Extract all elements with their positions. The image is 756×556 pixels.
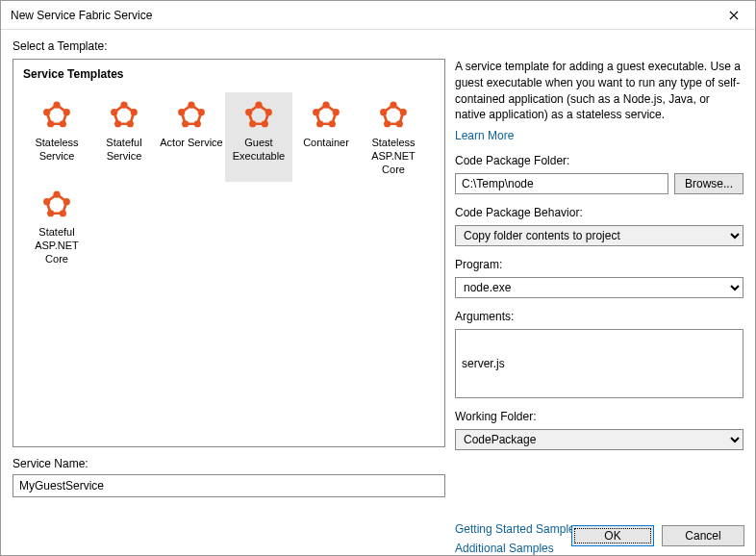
servicefabric-icon: [107, 98, 141, 133]
arguments-label: Arguments:: [455, 310, 743, 323]
template-item-label: Stateful Service: [92, 137, 156, 164]
svg-point-4: [43, 109, 50, 115]
svg-point-21: [333, 109, 340, 115]
behavior-select[interactable]: Copy folder contents to project: [455, 225, 743, 246]
code-folder-input[interactable]: [455, 173, 668, 194]
working-folder-label: Working Folder:: [455, 410, 743, 423]
svg-point-18: [249, 120, 256, 127]
svg-point-20: [322, 102, 329, 109]
svg-point-14: [178, 109, 185, 115]
svg-point-30: [53, 191, 60, 198]
program-select[interactable]: node.exe: [455, 277, 743, 298]
svg-point-11: [198, 109, 205, 115]
svg-point-2: [60, 120, 66, 127]
template-item-label: Guest Executable: [227, 137, 290, 164]
svg-point-34: [43, 198, 50, 205]
svg-point-31: [63, 198, 70, 205]
svg-point-23: [316, 120, 323, 127]
servicefabric-icon: [309, 98, 343, 133]
svg-point-5: [120, 102, 127, 109]
svg-point-29: [380, 109, 387, 115]
template-item-stateful-service[interactable]: Stateful Service: [90, 92, 158, 182]
template-item-container[interactable]: Container: [292, 92, 360, 182]
svg-point-17: [262, 120, 268, 127]
template-item-label: Stateful ASP.NET Core: [25, 226, 88, 265]
browse-button[interactable]: Browse...: [674, 173, 743, 194]
template-item-stateless-service[interactable]: Stateless Service: [23, 92, 90, 182]
servicefabric-icon: [39, 188, 74, 222]
servicefabric-icon: [376, 98, 411, 133]
service-name-input[interactable]: [13, 474, 445, 497]
templates-box: Service Templates Stateless ServiceState…: [13, 59, 445, 447]
svg-point-3: [47, 120, 54, 127]
svg-point-22: [329, 120, 336, 127]
template-description: A service template for adding a guest ex…: [455, 59, 743, 123]
svg-point-0: [53, 102, 60, 109]
svg-point-28: [384, 120, 391, 127]
working-folder-select[interactable]: CodePackage: [455, 429, 743, 450]
svg-point-1: [63, 109, 70, 115]
behavior-label: Code Package Behavior:: [455, 206, 743, 219]
cancel-button[interactable]: Cancel: [662, 525, 744, 546]
svg-point-8: [114, 120, 121, 127]
svg-point-33: [47, 210, 54, 216]
templates-title: Service Templates: [23, 67, 435, 81]
svg-point-25: [390, 102, 396, 109]
svg-point-27: [396, 120, 403, 127]
svg-point-9: [111, 109, 117, 115]
arguments-input[interactable]: [455, 329, 743, 397]
code-folder-label: Code Package Folder:: [455, 154, 743, 167]
servicefabric-icon: [174, 98, 209, 133]
svg-point-19: [245, 109, 252, 115]
window-title: New Service Fabric Service: [11, 9, 152, 22]
svg-point-32: [60, 210, 66, 216]
template-item-label: Stateless ASP.NET Core: [362, 137, 425, 176]
template-item-label: Actor Service: [160, 137, 222, 150]
template-item-label: Stateless Service: [25, 137, 88, 164]
svg-point-16: [265, 109, 272, 115]
template-item-actor-service[interactable]: Actor Service: [158, 92, 225, 182]
svg-point-13: [182, 120, 189, 127]
learn-more-link[interactable]: Learn More: [455, 129, 743, 142]
svg-point-6: [131, 109, 138, 115]
svg-point-26: [400, 109, 407, 115]
servicefabric-icon: [241, 98, 276, 133]
template-item-stateless-asp-net-core[interactable]: Stateless ASP.NET Core: [360, 92, 427, 182]
close-button[interactable]: [712, 1, 755, 30]
svg-point-24: [313, 109, 319, 115]
program-label: Program:: [455, 258, 743, 271]
template-item-guest-executable[interactable]: Guest Executable: [225, 92, 292, 182]
template-item-stateful-asp-net-core[interactable]: Stateful ASP.NET Core: [23, 182, 90, 271]
svg-point-12: [194, 120, 201, 127]
svg-point-10: [188, 102, 194, 109]
ok-button[interactable]: OK: [571, 525, 654, 546]
servicefabric-icon: [39, 98, 74, 133]
svg-point-7: [127, 120, 134, 127]
service-name-label: Service Name:: [13, 457, 445, 470]
close-icon: [729, 11, 739, 20]
svg-point-15: [255, 102, 262, 109]
template-item-label: Container: [303, 137, 349, 150]
select-template-label: Select a Template:: [13, 39, 743, 53]
